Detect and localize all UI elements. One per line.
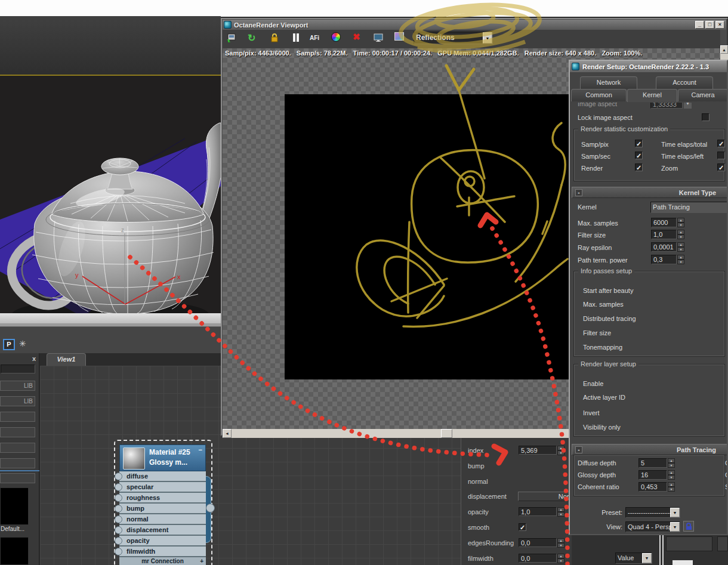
param-edgesrounding-field[interactable]: 0,0 (519, 538, 557, 547)
browser-search-input[interactable] (1, 365, 35, 373)
browser-category-bar[interactable]: LIB (0, 381, 35, 391)
param-edgesrounding-spinner[interactable]: ▲▼ (557, 538, 564, 547)
minimize-button[interactable]: _ (695, 21, 704, 29)
filter-size-field[interactable]: 1,0 (651, 230, 677, 239)
tab-camera[interactable]: Camera (678, 89, 728, 101)
path-term-power-field[interactable]: 0,3 (651, 255, 677, 264)
param-smooth-checkbox[interactable]: ✓ (519, 523, 526, 531)
material-preview-thumb[interactable] (0, 487, 29, 525)
browser-category-bar[interactable]: LIB (0, 396, 35, 406)
dropdown-arrow-icon[interactable]: ▼ (684, 103, 692, 109)
dropdown-arrow-icon[interactable]: ▼ (670, 508, 680, 517)
glossy-depth-spinner[interactable]: ▲▼ (668, 470, 675, 480)
slot-connector[interactable] (115, 537, 122, 545)
octane-titlebar[interactable]: OctaneRender Viewport _ □ × (223, 20, 726, 30)
coherent-ratio-field[interactable]: 0,453 (638, 482, 667, 492)
stat-checkbox[interactable] (717, 152, 725, 159)
param-opacity-field[interactable]: 1,0 (519, 507, 557, 516)
pause-icon[interactable] (291, 32, 301, 44)
kernel-type-rollout[interactable]: - Kernel Type (572, 187, 727, 198)
node-slot-specular[interactable]: specular (119, 482, 206, 493)
material-preview-thumb[interactable] (0, 537, 29, 565)
diffuse-depth-spinner[interactable]: ▲▼ (668, 458, 675, 468)
scroll-left-icon[interactable]: ◄ (223, 429, 232, 438)
tab-kernel[interactable]: Kernel (627, 89, 677, 102)
view-dropdown[interactable]: Quad 4 - Perspe▼ (625, 521, 680, 532)
browser-category-bar[interactable] (0, 473, 35, 483)
browser-category-bar[interactable] (0, 427, 35, 437)
browser-category-bar[interactable] (0, 412, 35, 422)
node-slot-normal[interactable]: normal (119, 514, 206, 525)
node-slot-diffuse[interactable]: diffuse (119, 471, 206, 482)
close-icon[interactable]: x (32, 355, 36, 362)
value-dropdown[interactable]: Value▼ (615, 552, 652, 564)
slot-connector[interactable] (115, 526, 122, 534)
slot-connector[interactable] (115, 505, 122, 512)
stat-checkbox[interactable]: ✓ (635, 152, 643, 159)
dropdown-arrow-icon[interactable]: ▼ (670, 522, 680, 532)
browser-category-bar[interactable] (0, 458, 35, 468)
glossy-depth-field[interactable]: 16 (638, 470, 667, 480)
parameter-editor-button[interactable]: P (3, 339, 15, 350)
param-opacity-spinner[interactable]: ▲▼ (557, 507, 564, 516)
param-displacement-button[interactable]: Non (518, 492, 572, 501)
picture-icon[interactable] (394, 32, 404, 41)
node-slot-filmwidth[interactable]: filmwidth (119, 547, 206, 557)
path-tracing-rollout[interactable]: - Path Tracing (572, 444, 727, 455)
max-samples-field[interactable]: 6000 (651, 218, 677, 227)
wand-icon[interactable]: ✳ (19, 339, 26, 348)
slot-connector[interactable] (115, 548, 122, 555)
node-slot-bump[interactable]: bump (119, 504, 206, 514)
collapse-icon[interactable]: - (575, 446, 582, 453)
slot-connector[interactable] (115, 494, 122, 502)
autofocus-icon[interactable]: AFi (310, 35, 319, 41)
preset-dropdown[interactable]: ---------------------▼ (625, 507, 680, 518)
dialog-titlebar[interactable]: Render Setup: OctaneRender 2.22.2 - 1.3 (570, 61, 727, 72)
image-aspect-field[interactable]: 1,33333 (650, 103, 683, 109)
node-slot-displacement[interactable]: displacement (119, 525, 206, 536)
filter-size-spinner[interactable]: ▲▼ (677, 230, 684, 239)
tab-common[interactable]: Common (571, 89, 627, 101)
ray-epsilon-field[interactable]: 0,0001 (651, 242, 677, 252)
color-wheel-icon[interactable] (331, 32, 341, 42)
material-node[interactable]: Material #25 Glossy m... − diffuse specu… (119, 444, 206, 565)
tab-network[interactable]: Network (580, 76, 637, 89)
stat-checkbox[interactable]: ✓ (635, 163, 643, 171)
path-term-power-spinner[interactable]: ▲▼ (677, 255, 684, 264)
lock-icon[interactable] (269, 32, 280, 44)
stat-checkbox[interactable]: ✓ (717, 163, 725, 171)
slot-connector[interactable] (115, 473, 122, 480)
node-output-connector[interactable] (206, 504, 215, 512)
param-filmwidth-field[interactable]: 0,0 (519, 554, 557, 563)
node-slot-opacity[interactable]: opacity (119, 536, 206, 547)
restart-render-icon[interactable]: ↻ (248, 32, 255, 44)
tab-view1[interactable]: View1 (47, 353, 86, 366)
node-footer[interactable]: mr Connection + (119, 557, 206, 565)
coherent-ratio-spinner[interactable]: ▲▼ (668, 482, 675, 492)
scrollbar-thumb[interactable] (441, 429, 452, 438)
stat-checkbox[interactable]: ✓ (635, 140, 643, 147)
kernel-dropdown[interactable]: Path Tracing (650, 202, 728, 213)
slot-connector[interactable] (115, 515, 122, 523)
node-collapse-icon[interactable]: − (199, 446, 202, 453)
render-pass-dropdown[interactable]: Reflections ▼ (414, 32, 493, 44)
stop-render-icon[interactable]: ✖ (353, 32, 360, 42)
scroll-up-icon[interactable]: ▲ (720, 45, 728, 54)
material-thumbnail[interactable] (123, 447, 145, 470)
param-index-spinner[interactable]: ▲▼ (557, 446, 564, 455)
param-index-field[interactable]: 5,369 (519, 446, 557, 455)
save-render-icon[interactable] (226, 33, 237, 45)
slot-connector[interactable] (115, 483, 122, 491)
stat-checkbox[interactable]: ✓ (717, 140, 725, 147)
max-3d-viewport[interactable]: x y z (0, 76, 221, 313)
ray-epsilon-spinner[interactable]: ▲▼ (677, 242, 684, 252)
max-samples-spinner[interactable]: ▲▼ (677, 218, 684, 227)
dropdown-arrow-icon[interactable]: ▼ (642, 553, 652, 563)
close-button[interactable]: × (715, 21, 724, 29)
monitor-icon[interactable] (373, 32, 384, 44)
node-header[interactable]: Material #25 Glossy m... − (119, 444, 206, 471)
dropdown-arrow-icon[interactable]: ▼ (483, 32, 492, 44)
browser-category-bar[interactable] (0, 443, 35, 453)
maximize-button[interactable]: □ (705, 21, 714, 29)
node-slot-roughness[interactable]: roughness (119, 493, 206, 504)
